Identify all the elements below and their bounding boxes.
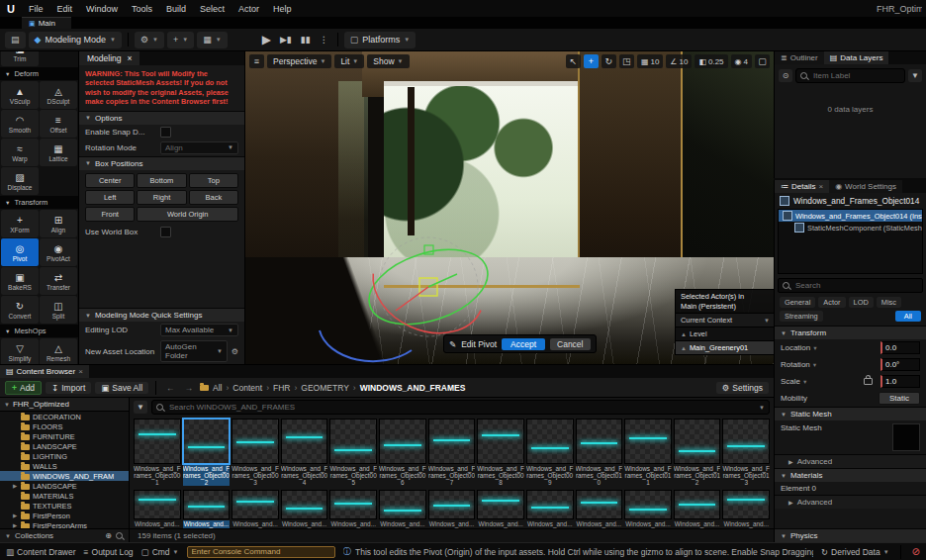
unreal-logo[interactable]: U xyxy=(0,3,22,15)
asset-tile[interactable]: Windows_and_Frames_Object004 xyxy=(281,419,328,486)
breadcrumb-item[interactable]: WINDOWS_AND_FRAMES xyxy=(360,383,466,393)
collections-section[interactable]: ▼ Collections ⊕ xyxy=(0,528,129,542)
filter-lod[interactable]: LOD xyxy=(849,297,874,308)
tab-content-browser[interactable]: ▤ Content Browser × xyxy=(0,365,89,378)
advanced-expander[interactable]: ▶ Advanced xyxy=(775,454,926,468)
box-pos-right[interactable]: Right xyxy=(137,190,186,205)
save-all-button[interactable]: ▣ Save All xyxy=(95,382,148,394)
tool-remesh[interactable]: △Remesh xyxy=(40,338,77,364)
tab-modeling[interactable]: Modeling × xyxy=(79,51,139,65)
import-button[interactable]: ↧ Import xyxy=(46,382,91,394)
cinematics-button[interactable]: ▦▼ xyxy=(197,32,227,48)
tab-world-settings[interactable]: ◉ World Settings xyxy=(829,180,902,193)
asset-location-dropdown[interactable]: AutoGen Folder ▼ xyxy=(160,340,228,362)
platforms-dropdown[interactable]: ▢ Platforms ▼ xyxy=(344,32,416,48)
current-context-dropdown[interactable]: Current Context ▼ xyxy=(676,313,774,327)
breadcrumb-item[interactable]: All xyxy=(213,383,222,393)
viewport-canvas[interactable]: ≡ Perspective ▼ Lit ▼ Show ▼ ↖ + ↻ ◳ ▦ 1… xyxy=(245,51,774,364)
menu-window[interactable]: Window xyxy=(79,4,125,14)
value-field-location[interactable]: 0.0 xyxy=(880,341,920,354)
filter-misc[interactable]: Misc xyxy=(877,297,901,308)
filter-streaming[interactable]: Streaming xyxy=(780,311,823,322)
asset-tile[interactable]: Windows_and... xyxy=(526,490,574,528)
perspective-dropdown[interactable]: Perspective ▼ xyxy=(267,54,331,68)
folder-landscape[interactable]: LANDSCAPE xyxy=(0,441,129,451)
tool-split[interactable]: ◫Split xyxy=(40,296,77,324)
level-value-row[interactable]: ▲ Main_Greenery01 xyxy=(676,340,774,354)
add-content-button[interactable]: ⚙▼ xyxy=(135,32,164,48)
tool-transfer[interactable]: ⇄Transfer xyxy=(40,267,77,295)
asset-tile[interactable]: Windows_and... xyxy=(379,490,426,528)
menu-build[interactable]: Build xyxy=(159,4,193,14)
box-pos-bottom[interactable]: Bottom xyxy=(137,173,186,188)
asset-tile[interactable]: Windows_and_Frames_Object001 xyxy=(134,419,181,486)
add-button[interactable]: + Add xyxy=(5,381,42,395)
tool-displace[interactable]: ▨Displace xyxy=(1,167,39,195)
value-field-scale[interactable]: 1.0 xyxy=(880,375,920,388)
box-pos-center[interactable]: Center xyxy=(85,173,135,188)
add-collection-icon[interactable]: ⊕ xyxy=(105,531,112,540)
asset-tile[interactable]: Windows_and_Frames_Object009 xyxy=(526,419,574,486)
filter-actor[interactable]: Actor xyxy=(818,297,845,308)
asset-tile[interactable]: Windows_and... xyxy=(329,490,377,528)
breadcrumb-item[interactable]: GEOMETRY xyxy=(301,383,349,393)
close-icon[interactable]: × xyxy=(78,367,83,376)
item-label-search[interactable] xyxy=(795,68,905,83)
menu-actor[interactable]: Actor xyxy=(232,4,266,14)
asset-tile[interactable]: Windows_and_Frames_Object013 xyxy=(722,419,770,486)
derived-data-dropdown[interactable]: ↻ Derived Data ▼ xyxy=(821,547,889,557)
asset-tile[interactable]: Windows_and_Frames_Object005 xyxy=(329,419,377,486)
tool-warp[interactable]: ≈Warp xyxy=(1,139,39,166)
asset-tile[interactable]: Windows_and_Frames_Object010 xyxy=(576,419,623,486)
folder-firstperson[interactable]: ▶FirstPerson xyxy=(0,511,129,520)
details-search[interactable] xyxy=(778,278,923,293)
editing-lod-dropdown[interactable]: Max Available ▼ xyxy=(160,324,238,336)
play-options-icon[interactable]: ⋮ xyxy=(317,35,331,45)
folder-furniture[interactable]: FURNITURE xyxy=(0,431,129,441)
tool-simplify[interactable]: ▽Simplify xyxy=(1,338,39,364)
asset-search-input[interactable] xyxy=(167,402,756,413)
select-tool-icon[interactable]: ↖ xyxy=(566,54,581,68)
tab-outliner[interactable]: ≣ Outliner xyxy=(775,51,824,64)
folder-lighting[interactable]: LIGHTING xyxy=(0,451,129,461)
asset-tile[interactable]: Windows_and... xyxy=(624,490,672,528)
menu-select[interactable]: Select xyxy=(193,4,232,14)
breadcrumb-item[interactable]: FHR xyxy=(273,383,290,393)
maximize-viewport-icon[interactable]: ▢ xyxy=(755,54,770,68)
viewport-menu-icon[interactable]: ≡ xyxy=(249,54,264,68)
palette-section-deform[interactable]: ▼Deform xyxy=(0,67,78,80)
scale-tool-icon[interactable]: ◳ xyxy=(619,54,634,68)
tool-smooth[interactable]: ◠Smooth xyxy=(1,110,39,138)
tool-offset[interactable]: ≡Offset xyxy=(40,110,77,138)
close-icon[interactable]: × xyxy=(128,53,133,63)
tool-dsculpt[interactable]: ◬DSculpt xyxy=(40,81,77,109)
tab-data-layers[interactable]: ▤ Data Layers xyxy=(824,51,889,64)
section-physics[interactable]: ▼ Physics xyxy=(775,528,926,542)
mobility-static-button[interactable]: Static xyxy=(879,392,920,405)
asset-tile[interactable]: Windows_and... xyxy=(134,490,181,528)
tool-pivotact[interactable]: ◉PivotAct xyxy=(40,238,77,266)
asset-tile[interactable]: Windows_and_Frames_Object003 xyxy=(232,419,279,486)
camera-speed-button[interactable]: ◉ 4 xyxy=(731,54,752,68)
section-transform[interactable]: ▼ Transform xyxy=(775,326,926,339)
folder-materials[interactable]: MATERIALS xyxy=(0,491,129,501)
skip-frame-button[interactable]: ▶▮ xyxy=(277,35,295,45)
console-command-input[interactable] xyxy=(187,546,335,558)
filter-general[interactable]: General xyxy=(780,297,815,308)
section-options[interactable]: ▼ Options xyxy=(79,111,244,125)
editor-mode-selector[interactable]: ◆ Modeling Mode ▼ xyxy=(29,32,122,48)
box-pos-front[interactable]: Front xyxy=(85,207,135,222)
asset-tile[interactable]: Windows_and... xyxy=(183,490,231,528)
folder-firstpersonarms[interactable]: ▶FirstPersonArms xyxy=(0,520,129,528)
box-pos-top[interactable]: Top xyxy=(189,173,238,188)
section-box-positions[interactable]: ▼ Box Positions xyxy=(79,156,244,170)
tool-align[interactable]: ⊞Align xyxy=(40,210,77,237)
accept-button[interactable]: Accept xyxy=(502,338,545,350)
value-field-rotation[interactable]: 0.0° xyxy=(880,358,920,371)
asset-tile[interactable]: Windows_and_Frames_Object008 xyxy=(477,419,524,486)
tree-root-dropdown[interactable]: ▼ FHR_Optimized xyxy=(0,398,129,412)
rotate-tool-icon[interactable]: ↻ xyxy=(602,54,616,68)
tool-lattice[interactable]: ▦Lattice xyxy=(40,139,77,166)
pause-button[interactable]: ▮▮ xyxy=(298,35,314,45)
eye-icon[interactable]: ⊙ xyxy=(779,69,792,82)
